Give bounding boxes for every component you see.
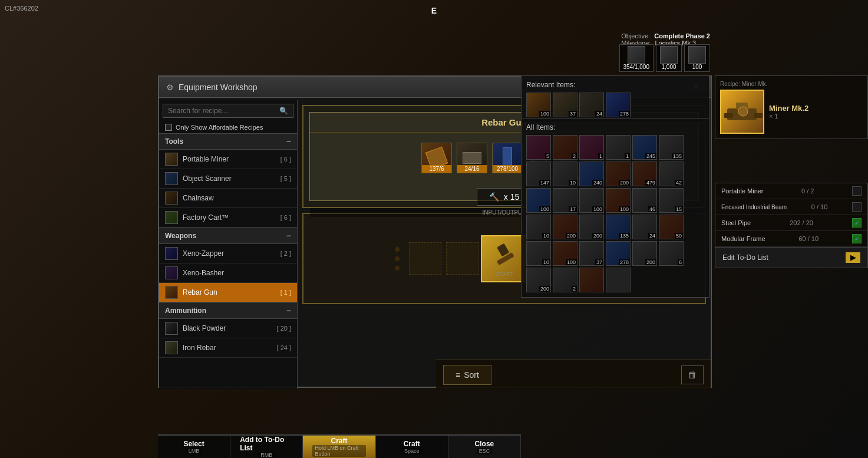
- todo-item-encased-beam: Encased Industrial Beam 0 / 10: [715, 199, 867, 215]
- relevant-items-panel: Relevant Items: 100 37 24 278: [521, 75, 709, 123]
- resource-bar: 354/1,000 1,000 100: [619, 44, 711, 72]
- svg-point-11: [738, 107, 748, 116]
- hammer-icon: 🔨: [489, 192, 499, 202]
- all-item-13: 100: [526, 188, 551, 213]
- all-item-22: 135: [606, 215, 631, 239]
- recipe-xeno-zapper[interactable]: Xeno-Zapper [ 2 ]: [159, 244, 297, 263]
- craft-label: CRAFT: [496, 271, 513, 277]
- resource-item-1: 354/1,000: [619, 44, 654, 72]
- all-item-31: 200: [526, 268, 551, 292]
- miner-card-panel: Recipe: Miner Mk. Miner Mk.2 × 1: [715, 75, 868, 139]
- relevant-item-4: 278: [606, 93, 631, 117]
- xeno-zapper-icon: [165, 247, 178, 260]
- craft-dot-1: [395, 247, 400, 252]
- ingredient-icon-3: 278/100: [492, 143, 523, 173]
- resource-icon-1: [628, 46, 645, 64]
- category-weapons[interactable]: Weapons −: [159, 228, 297, 244]
- close-button[interactable]: Close ESC: [448, 436, 521, 458]
- craft-slot-empty-1: [409, 242, 441, 275]
- category-ammunition-toggle[interactable]: −: [286, 306, 291, 315]
- all-item-9: 240: [579, 162, 604, 186]
- recipe-xeno-basher[interactable]: Xeno-Basher: [159, 263, 297, 283]
- affordable-checkbox-row[interactable]: Only Show Affordable Recipes: [159, 121, 297, 133]
- miner-icon-big: [720, 90, 764, 134]
- category-tools[interactable]: Tools −: [159, 133, 297, 150]
- search-bar: 🔍: [163, 104, 293, 118]
- edit-todo-button[interactable]: Edit To-Do List ▶: [715, 247, 867, 268]
- category-tools-toggle[interactable]: −: [286, 137, 291, 146]
- all-item-17: 46: [632, 188, 657, 213]
- add-to-todo-button[interactable]: Add to To-Do List RMB: [230, 436, 303, 458]
- all-item-33: [579, 268, 604, 292]
- xeno-basher-icon: [165, 266, 178, 279]
- all-item-32: 2: [553, 268, 577, 292]
- all-item-18: 15: [659, 188, 684, 213]
- select-button[interactable]: Select LMB: [158, 436, 230, 458]
- ingredient-slot-1: 137/6: [421, 143, 452, 173]
- all-item-26: 100: [553, 241, 577, 266]
- search-input[interactable]: [168, 107, 279, 115]
- craft-dot-3: [395, 266, 400, 271]
- todo-check-1: [852, 186, 862, 196]
- all-items-title: All Items:: [526, 123, 704, 131]
- resource-item-2: 1,000: [656, 44, 682, 72]
- all-item-20: 200: [553, 215, 577, 239]
- iron-rebar-icon: [165, 341, 178, 354]
- all-item-5: 245: [632, 135, 657, 160]
- all-item-24: 50: [659, 215, 684, 239]
- todo-item-steel-pipe: Steel Pipe 202 / 20 ✓: [715, 215, 867, 231]
- recipe-chainsaw[interactable]: Chainsaw: [159, 189, 297, 208]
- relevant-items-grid: 100 37 24 278: [526, 93, 704, 117]
- relevant-item-1: 100: [526, 93, 551, 117]
- svg-rect-9: [724, 113, 733, 118]
- object-scanner-icon: [165, 172, 178, 185]
- recipe-iron-rebar[interactable]: Iron Rebar [ 24 ]: [159, 338, 297, 358]
- miner-name: Miner Mk.2: [769, 104, 808, 113]
- black-powder-icon: [165, 322, 178, 335]
- all-item-8: 10: [553, 162, 577, 186]
- todo-item-modular-frame: Modular Frame 60 / 10 ✓: [715, 231, 867, 247]
- ingredient-icon-2: 24/16: [457, 143, 487, 173]
- all-item-15: 100: [579, 188, 604, 213]
- sort-bar: ≡ Sort 🗑: [436, 360, 711, 389]
- all-item-29: 200: [632, 241, 657, 266]
- edit-todo-arrow: ▶: [846, 252, 860, 263]
- action-bar: Select LMB Add to To-Do List RMB Craft H…: [158, 434, 521, 458]
- all-item-21: 200: [579, 215, 604, 239]
- rebar-gun-icon: [165, 286, 178, 299]
- all-items-panel: All Items: 5 2 1 1 245 135 147 10 240 20…: [521, 118, 709, 298]
- craft-slot-empty-2: [446, 242, 478, 275]
- hud-e-label: E: [431, 6, 437, 15]
- recipe-rebar-gun[interactable]: Rebar Gun [ 1 ]: [159, 283, 297, 302]
- category-weapons-toggle[interactable]: −: [286, 231, 291, 240]
- relevant-item-3: 24: [579, 93, 604, 117]
- ingredient-icon-1: 137/6: [421, 143, 452, 173]
- recipe-black-powder[interactable]: Black Powder [ 20 ]: [159, 319, 297, 338]
- search-icon: 🔍: [279, 107, 288, 115]
- todo-panel: Portable Miner 0 / 2 Encased Industrial …: [715, 183, 868, 268]
- craft-space-button[interactable]: Craft Space: [376, 436, 448, 458]
- recipe-factory-cart[interactable]: Factory Cart™ [ 6 ]: [159, 208, 297, 228]
- hud-cl-number: CL#366202: [5, 5, 38, 12]
- resource-icon-3: [688, 46, 706, 64]
- all-item-28: 278: [606, 241, 631, 266]
- todo-check-2: [852, 202, 862, 212]
- craft-hammer-svg: [490, 240, 519, 269]
- recipe-object-scanner[interactable]: Object Scanner [ 5 ]: [159, 169, 297, 189]
- affordable-checkbox[interactable]: [165, 124, 172, 131]
- relevant-items-title: Relevant Items:: [526, 81, 704, 89]
- workshop-icon: ⚙: [166, 83, 174, 92]
- sidebar: 🔍 Only Show Affordable Recipes Tools − P…: [159, 100, 298, 389]
- craft-hold-button[interactable]: Craft Hold LMB on Craft Button: [303, 436, 375, 458]
- portable-miner-icon: [165, 153, 178, 166]
- svg-rect-10: [754, 113, 763, 118]
- category-ammunition[interactable]: Ammunition −: [159, 302, 297, 319]
- todo-check-4: ✓: [852, 234, 862, 243]
- delete-button[interactable]: 🗑: [681, 365, 704, 384]
- sort-button[interactable]: ≡ Sort: [443, 365, 491, 385]
- chainsaw-icon: [165, 192, 178, 205]
- all-item-12: 42: [659, 162, 684, 186]
- all-item-27: 37: [579, 241, 604, 266]
- recipe-portable-miner[interactable]: Portable Miner [ 6 ]: [159, 150, 297, 169]
- resource-icon-2: [660, 46, 678, 64]
